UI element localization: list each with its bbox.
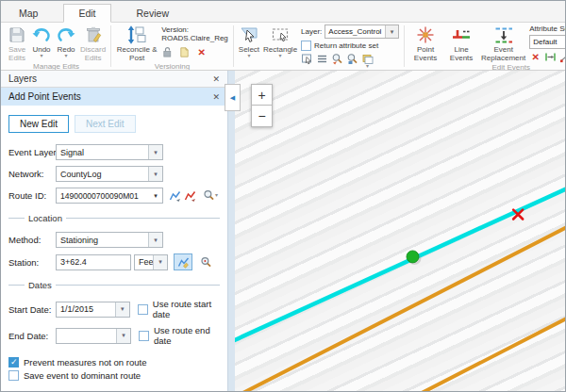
network-combobox[interactable]: CountyLog ▾ bbox=[56, 166, 163, 182]
panel-collapse-tab[interactable]: ◀ bbox=[225, 84, 241, 111]
zoom-to-route-caret[interactable]: ▾ bbox=[215, 193, 218, 198]
reconcile-post-button[interactable]: Reconcile & Post bbox=[114, 24, 159, 62]
version-value: ROADS.Claire_Reg bbox=[161, 34, 228, 42]
unlock-icon[interactable] bbox=[161, 46, 174, 58]
point-events-button[interactable]: Point Events bbox=[408, 24, 443, 62]
station-unit-dropdown-button[interactable]: ▾ bbox=[153, 255, 167, 270]
event-layer-combobox[interactable]: Signal ▾ bbox=[56, 144, 163, 160]
end-date-combobox[interactable]: ▾ bbox=[56, 328, 131, 344]
reconcile-icon bbox=[126, 24, 147, 45]
start-date-value: 1/1/2015 bbox=[57, 304, 115, 314]
zoom-in-button[interactable]: + bbox=[251, 84, 273, 106]
ribbon: Save Edits Undo ▾ Redo ▾ bbox=[1, 23, 565, 71]
reconcile-post-label: Reconcile & Post bbox=[116, 45, 158, 62]
start-date-dropdown-button[interactable]: ▾ bbox=[115, 302, 129, 317]
use-route-start-date-checkbox[interactable] bbox=[138, 304, 148, 315]
panel-splitter[interactable] bbox=[227, 71, 235, 391]
group-edit-events: Point Events Line Events Event Replaceme… bbox=[406, 23, 565, 70]
method-value: Stationing bbox=[57, 236, 148, 245]
use-route-end-date-checkbox[interactable] bbox=[139, 331, 149, 341]
select-by-rectangle-icon[interactable] bbox=[301, 53, 313, 65]
attribute-set-label: Attribute Set: bbox=[529, 24, 565, 33]
network-dropdown-button[interactable]: ▾ bbox=[148, 167, 162, 181]
delete-event-icon[interactable]: ✕ bbox=[529, 51, 541, 63]
start-date-combobox[interactable]: 1/1/2015 ▾ bbox=[56, 302, 130, 318]
dates-section-label: Dates bbox=[25, 280, 56, 290]
route-id-label: Route ID: bbox=[8, 190, 56, 201]
tab-map[interactable]: Map bbox=[5, 5, 52, 22]
delete-version-icon[interactable]: ✕ bbox=[195, 46, 208, 58]
attribute-set-value: Default bbox=[530, 38, 565, 46]
tab-edit[interactable]: Edit bbox=[63, 4, 110, 23]
redo-dropdown-caret[interactable]: ▾ bbox=[64, 54, 67, 58]
event-layer-dropdown-button[interactable]: ▾ bbox=[148, 145, 162, 159]
undo-button[interactable]: Undo ▾ bbox=[29, 24, 54, 58]
undo-icon bbox=[31, 24, 52, 45]
route-id-combobox[interactable]: 14900000700090M01 ▾ bbox=[56, 188, 163, 204]
add-point-events-title: Add Point Events bbox=[8, 91, 81, 102]
zoom-to-route-icon[interactable]: ▾ bbox=[201, 189, 220, 202]
select-tool-button[interactable]: Select ▾ bbox=[237, 24, 261, 58]
edit-events-group-label: Edit Events bbox=[408, 63, 565, 71]
version-info: Version: ROADS.Claire_Reg ✕ bbox=[159, 24, 230, 58]
select-cursor-icon bbox=[239, 24, 259, 45]
pick-location-on-map-button[interactable] bbox=[174, 253, 192, 270]
pan-to-selection-icon[interactable] bbox=[346, 53, 358, 65]
new-edit-button[interactable]: New Edit bbox=[8, 115, 69, 133]
clear-route-icon[interactable] bbox=[184, 189, 196, 202]
selection-list-icon[interactable] bbox=[316, 53, 328, 65]
save-dominant-route-label: Save event to dominant route bbox=[24, 370, 141, 381]
method-combobox[interactable]: Stationing ▾ bbox=[56, 232, 163, 248]
zoom-to-selection-icon[interactable] bbox=[331, 53, 343, 65]
discard-edits-button[interactable]: Discard Edits bbox=[78, 24, 108, 62]
save-edits-button[interactable]: Save Edits bbox=[5, 24, 29, 62]
road-line-lower bbox=[408, 317, 565, 391]
collapse-arrow-icon: ◀ bbox=[230, 94, 235, 102]
version-label: Version: bbox=[161, 25, 228, 34]
discard-edits-label: Discard Edits bbox=[80, 45, 106, 62]
post-version-icon[interactable] bbox=[178, 46, 191, 58]
select-route-on-map-icon[interactable] bbox=[169, 189, 181, 202]
prevent-measures-checkbox[interactable] bbox=[8, 357, 19, 368]
zoom-to-location-icon[interactable] bbox=[200, 256, 212, 269]
end-date-label: End Date: bbox=[8, 331, 56, 341]
select-dropdown-caret[interactable]: ▾ bbox=[247, 54, 250, 58]
return-attribute-set-checkbox[interactable] bbox=[301, 41, 311, 51]
method-dropdown-button[interactable]: ▾ bbox=[148, 233, 162, 247]
network-value: CountyLog bbox=[57, 170, 148, 179]
end-date-dropdown-button[interactable]: ▾ bbox=[116, 329, 130, 343]
next-edit-button[interactable]: Next Edit bbox=[75, 115, 136, 133]
save-dominant-route-checkbox[interactable] bbox=[8, 370, 19, 381]
layers-close-icon[interactable]: ✕ bbox=[212, 74, 220, 84]
measure-event-icon[interactable] bbox=[544, 51, 557, 63]
undo-dropdown-caret[interactable]: ▾ bbox=[40, 54, 42, 58]
dates-section-divider: Dates bbox=[8, 280, 220, 290]
line-events-button[interactable]: Line Events bbox=[443, 24, 479, 62]
group-manage-edits: Save Edits Undo ▾ Redo ▾ bbox=[3, 23, 109, 70]
attribute-set-combobox[interactable]: Default ▾ bbox=[529, 35, 565, 49]
selection-options-icon[interactable]: ▾ bbox=[361, 53, 374, 69]
app-window: Map Edit Review Save Edits Undo ▾ bbox=[0, 0, 566, 392]
station-label: Station: bbox=[8, 257, 56, 268]
use-route-end-date-label: Use route end date bbox=[154, 325, 220, 346]
layer-value: Access_Control bbox=[325, 27, 385, 36]
rectangle-tool-button[interactable]: Rectangle ▾ bbox=[261, 24, 299, 58]
tab-review[interactable]: Review bbox=[123, 5, 183, 22]
map-overlay bbox=[235, 71, 565, 391]
station-unit-combobox[interactable]: Feet ▾ bbox=[134, 254, 168, 270]
event-replacement-button[interactable]: Event Replacement bbox=[479, 24, 527, 62]
route-id-dropdown-button[interactable]: ▾ bbox=[149, 188, 162, 203]
split-event-icon[interactable] bbox=[559, 51, 565, 63]
layer-dropdown-button[interactable]: ▾ bbox=[385, 25, 398, 38]
road-line-upper bbox=[235, 226, 565, 391]
zoom-out-button[interactable]: − bbox=[251, 106, 273, 127]
redo-button[interactable]: Redo ▾ bbox=[54, 24, 78, 58]
add-point-events-close-icon[interactable]: ✕ bbox=[212, 92, 220, 102]
station-input[interactable]: 3+62.4 bbox=[56, 254, 131, 270]
layer-combobox[interactable]: Access_Control ▾ bbox=[325, 24, 399, 39]
rectangle-dropdown-caret[interactable]: ▾ bbox=[279, 54, 282, 58]
add-point-events-header: Add Point Events ✕ bbox=[1, 88, 227, 106]
map-view[interactable]: + − bbox=[235, 71, 565, 391]
prevent-measures-label: Prevent measures not on route bbox=[24, 357, 146, 368]
event-replacement-icon bbox=[493, 24, 514, 45]
